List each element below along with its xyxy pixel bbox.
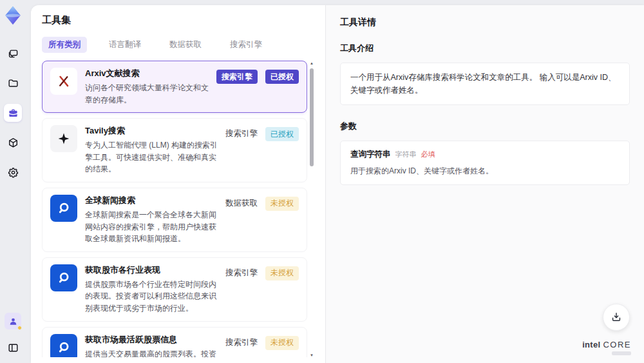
category-tabs: 所有类别语言翻译数据获取搜索引擎 [42, 37, 325, 53]
arxiv-logo-icon [50, 68, 77, 95]
param-name: 查询字符串 [350, 149, 391, 160]
tool-desc: 专为人工智能代理 (LLM) 构建的搜索引擎工具。可快速提供实时、准确和真实的结… [85, 139, 218, 175]
category-label: 搜索引擎 [225, 336, 258, 349]
params-heading: 参数 [340, 121, 630, 132]
tool-desc: 全球新闻搜索是一个聚合全球各大新闻网站内容的搜索引擎，帮助用户快速获取全球最新资… [85, 209, 218, 245]
tool-list-panel: 工具集 所有类别语言翻译数据获取搜索引擎 Arxiv文献搜索 访问各个研究领域大… [31, 5, 325, 363]
tool-desc: 提供股票市场各个行业在特定时间段内的表现。投资者可以利用这些信息来识别表现优于或… [85, 279, 218, 315]
tool-desc: 访问各个研究领域大量科学论文和文章的存储库。 [85, 82, 209, 106]
tab-0[interactable]: 所有类别 [42, 37, 87, 53]
core-wordmark: CORE [603, 340, 631, 349]
content-card: 工具集 所有类别语言翻译数据获取搜索引擎 Arxiv文献搜索 访问各个研究领域大… [31, 5, 644, 363]
avatar-status-dot [17, 326, 22, 330]
category-label: 搜索引擎 [225, 127, 258, 141]
brand-sub-bar [612, 351, 631, 355]
param-required-badge: 必填 [421, 150, 435, 159]
tool-name: 获取市场最活跃股票信息 [85, 334, 218, 346]
app-logo-icon [2, 5, 24, 26]
tab-1[interactable]: 语言翻译 [102, 37, 147, 53]
tool-list-item[interactable]: Arxiv文献搜索 访问各个研究领域大量科学论文和文章的存储库。 搜索引擎 已授… [42, 61, 307, 113]
intel-core-logo: intelCORE [582, 340, 631, 355]
news-search-logo-icon [50, 195, 77, 222]
news-search-logo-icon [50, 334, 77, 357]
tool-name: Tavily搜索 [85, 125, 218, 137]
tool-list-item[interactable]: 获取股市各行业表现 提供股票市场各个行业在特定时间段内的表现。投资者可以利用这些… [42, 257, 307, 322]
status-badge: 已授权 [265, 70, 299, 84]
param-box: 查询字符串 字符串 必填 用于搜索的Arxiv ID、关键字或作者姓名。 [340, 141, 630, 185]
nav-folder-icon[interactable] [4, 74, 22, 92]
status-badge: 未授权 [265, 336, 299, 350]
download-button[interactable] [603, 304, 630, 331]
download-icon [610, 311, 623, 324]
status-badge: 已授权 [265, 127, 299, 141]
tool-list-item[interactable]: 获取市场最活跃股票信息 提供当天交易量最高的股票列表。投资者可以利用这些信息来识… [42, 327, 307, 357]
nav-toolbox-icon[interactable] [4, 104, 22, 122]
intel-wordmark: intel [582, 340, 600, 349]
scrollbar-thumb[interactable] [310, 68, 314, 166]
scrollbar-track[interactable] [309, 66, 314, 353]
status-badge: 未授权 [265, 266, 299, 280]
user-avatar[interactable] [5, 313, 21, 329]
tab-2[interactable]: 数据获取 [163, 37, 208, 53]
left-rail [0, 0, 26, 363]
tool-list-item[interactable]: 全球新闻搜索 全球新闻搜索是一个聚合全球各大新闻网站内容的搜索引擎，帮助用户快速… [42, 188, 307, 252]
sidebar-toggle-icon[interactable] [4, 338, 22, 357]
intro-text: 一个用于从Arxiv存储库搜索科学论文和文章的工具。 输入可以是Arxiv ID… [350, 71, 620, 97]
tool-list: Arxiv文献搜索 访问各个研究领域大量科学论文和文章的存储库。 搜索引擎 已授… [42, 61, 307, 357]
detail-title: 工具详情 [340, 17, 630, 28]
page-title: 工具集 [42, 14, 325, 26]
list-scrollbar[interactable]: ▲ ▼ [308, 61, 315, 358]
param-desc: 用于搜索的Arxiv ID、关键字或作者姓名。 [350, 166, 620, 177]
tavily-star-icon [50, 125, 77, 152]
param-type: 字符串 [395, 150, 417, 159]
intro-heading: 工具介绍 [340, 43, 630, 54]
tool-detail-panel: 工具详情 工具介绍 一个用于从Arxiv存储库搜索科学论文和文章的工具。 输入可… [325, 5, 644, 363]
scroll-up-icon[interactable]: ▲ [310, 61, 314, 66]
tool-name: 全球新闻搜索 [85, 195, 218, 206]
intro-box: 一个用于从Arxiv存储库搜索科学论文和文章的工具。 输入可以是Arxiv ID… [340, 63, 630, 105]
category-label: 数据获取 [225, 197, 258, 210]
nav-settings-gear-icon[interactable] [4, 163, 22, 181]
category-badge: 搜索引擎 [216, 70, 258, 84]
nav-cube-icon[interactable] [4, 133, 22, 152]
status-badge: 未授权 [265, 197, 299, 211]
tool-name: 获取股市各行业表现 [85, 264, 218, 276]
scroll-down-icon[interactable]: ▼ [310, 353, 314, 358]
news-search-logo-icon [50, 264, 77, 291]
category-label: 搜索引擎 [225, 266, 258, 280]
tab-3[interactable]: 搜索引擎 [223, 37, 269, 53]
tool-list-item[interactable]: Tavily搜索 专为人工智能代理 (LLM) 构建的搜索引擎工具。可快速提供实… [42, 118, 307, 182]
nav-chat-icon[interactable] [4, 44, 22, 63]
tool-desc: 提供当天交易量最高的股票列表。投资者可以利用这些信息来识别流动性强的股票和潜在的… [85, 348, 218, 357]
tool-name: Arxiv文献搜索 [85, 68, 209, 79]
